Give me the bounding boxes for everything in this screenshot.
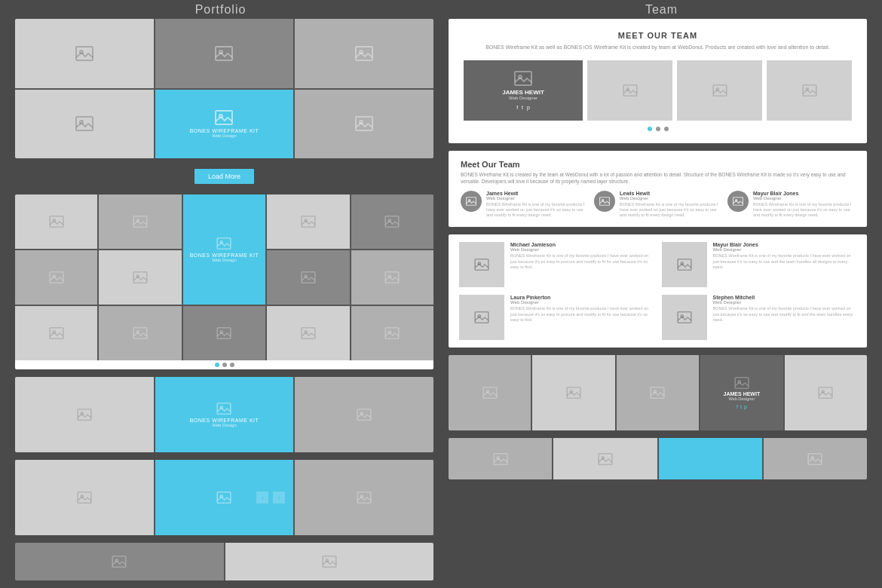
team-img-2 bbox=[662, 242, 707, 287]
portfolio-mosaic-2: BONES WIREFRAME KIT Web Design bbox=[15, 194, 433, 360]
team-info-2: Lewis Hewit Web Designer BONES Wireframe… bbox=[620, 191, 721, 218]
prev-arrow[interactable]: ‹ bbox=[256, 491, 269, 504]
svg-rect-54 bbox=[323, 556, 336, 567]
svg-rect-80 bbox=[567, 387, 580, 398]
member-desc-1: BONES Wireframe Kit is one of my favorit… bbox=[486, 202, 588, 218]
portfolio-cell bbox=[351, 250, 433, 305]
social-facebook[interactable]: f bbox=[516, 105, 518, 110]
svg-rect-30 bbox=[50, 328, 63, 338]
team-item-3-1: Michael Jamieson Web Designer BONES Wire… bbox=[459, 242, 654, 287]
social-twitter[interactable]: t bbox=[522, 105, 523, 110]
team-member-list: James Hewit Web Designer BONES Wireframe… bbox=[461, 191, 855, 218]
team-list-subtitle: BONES Wireframe Kit is created by the te… bbox=[461, 171, 855, 185]
portfolio-cell bbox=[99, 250, 181, 305]
portfolio-card-3: BONES WIREFRAME KIT Web Design bbox=[15, 377, 433, 452]
svg-rect-60 bbox=[713, 85, 727, 96]
next-arrow[interactable]: › bbox=[272, 491, 286, 504]
svg-rect-28 bbox=[385, 272, 399, 283]
featured-subtitle: Web Design bbox=[212, 133, 237, 138]
svg-rect-66 bbox=[600, 198, 610, 206]
dot-1[interactable] bbox=[215, 363, 219, 367]
member-name-2: Lewis Hewit bbox=[620, 191, 721, 196]
member-avatar-featured bbox=[514, 71, 532, 86]
social-pinterest-icon[interactable]: p bbox=[744, 404, 747, 409]
team-carousel: JAMES HEWIT Web Designer f t p bbox=[464, 60, 852, 121]
member-desc-3: BONES Wireframe Kit is one of my favorit… bbox=[753, 202, 855, 218]
tc3-name-4: Stephen Mitchell bbox=[713, 295, 857, 300]
member-role-1: Web Designer bbox=[486, 196, 588, 201]
social-facebook-icon[interactable]: f bbox=[737, 404, 738, 409]
portfolio-cell bbox=[267, 250, 349, 305]
team-dot-2[interactable] bbox=[656, 127, 660, 131]
portfolio-cell bbox=[267, 306, 349, 360]
main-content: BONES WIREFRAME KIT Web Design Load More bbox=[0, 19, 882, 588]
featured-title: BONES WIREFRAME KIT bbox=[190, 128, 259, 133]
team-mosaic-socials: f t p bbox=[737, 404, 747, 409]
social-twitter-icon[interactable]: t bbox=[740, 404, 742, 409]
image-placeholder bbox=[75, 116, 93, 131]
header: Portfolio Team bbox=[0, 0, 882, 19]
svg-rect-68 bbox=[733, 198, 743, 206]
svg-rect-4 bbox=[356, 47, 372, 60]
portfolio-cell bbox=[267, 194, 349, 249]
image-placeholder bbox=[75, 46, 93, 61]
dot-3[interactable] bbox=[230, 363, 234, 367]
portfolio-mosaic-3: BONES WIREFRAME KIT Web Design bbox=[15, 377, 433, 452]
svg-rect-86 bbox=[819, 387, 832, 398]
portfolio-cell bbox=[295, 19, 433, 88]
portfolio-header: Portfolio bbox=[0, 3, 441, 17]
svg-rect-24 bbox=[133, 272, 147, 283]
svg-rect-84 bbox=[735, 378, 749, 388]
svg-rect-42 bbox=[218, 403, 231, 413]
team-list-item: Mayur Blair Jones Web Designer BONES Wir… bbox=[727, 191, 855, 218]
load-more-button[interactable]: Load More bbox=[194, 169, 254, 184]
portfolio-card-2: BONES WIREFRAME KIT Web Design bbox=[15, 194, 433, 369]
social-pinterest[interactable]: p bbox=[527, 105, 530, 110]
portfolio-card-5 bbox=[15, 543, 433, 580]
portfolio-featured-cell-4: ‹ › bbox=[155, 460, 294, 535]
svg-rect-62 bbox=[803, 85, 816, 96]
team-item-3-2: Mayur Blair Jones Web Designer BONES Wir… bbox=[662, 242, 857, 287]
svg-rect-50 bbox=[357, 492, 371, 503]
team-mosaic-cell bbox=[532, 355, 614, 430]
dot-2[interactable] bbox=[222, 363, 227, 367]
team-partial-cell bbox=[449, 438, 552, 479]
team-item-3-4: Stephen Mitchell Web Designer BONES Wire… bbox=[662, 295, 857, 340]
svg-rect-52 bbox=[112, 556, 126, 567]
portfolio-card-1: BONES WIREFRAME KIT Web Design bbox=[15, 19, 433, 158]
portfolio-cell bbox=[15, 377, 154, 452]
svg-rect-0 bbox=[76, 47, 93, 60]
tc3-name-2: Mayur Blair Jones bbox=[713, 242, 857, 247]
portfolio-cell bbox=[295, 460, 433, 535]
svg-rect-26 bbox=[302, 272, 315, 283]
tc3-desc-2: BONES Wireframe Kit is one of my favorit… bbox=[713, 253, 857, 269]
team-mosaic-cell bbox=[449, 355, 531, 430]
team-mosaic: JAMES HEWIT Web Designer f t p bbox=[449, 355, 867, 430]
svg-rect-76 bbox=[678, 312, 691, 323]
tc3-name-3: Laura Pinkerton bbox=[510, 295, 654, 300]
featured-title-3: BONES WIREFRAME KIT bbox=[190, 418, 259, 423]
team-dot-1[interactable] bbox=[648, 127, 652, 131]
svg-rect-78 bbox=[483, 387, 497, 398]
portfolio-card-4: ‹ › bbox=[15, 460, 433, 535]
svg-rect-10 bbox=[356, 117, 372, 130]
svg-rect-16 bbox=[218, 237, 231, 248]
carousel-arrows: ‹ › bbox=[256, 491, 286, 504]
load-more-row: Load More bbox=[15, 166, 433, 187]
portfolio-cell bbox=[351, 306, 433, 360]
svg-rect-90 bbox=[599, 454, 612, 464]
team-list-item: James Hewit Web Designer BONES Wireframe… bbox=[461, 191, 588, 218]
member-role-3: Web Designer bbox=[753, 196, 855, 201]
portfolio-cell bbox=[295, 377, 433, 452]
team-dot-3[interactable] bbox=[664, 127, 669, 131]
svg-rect-88 bbox=[494, 454, 507, 464]
team-avatar-3 bbox=[727, 191, 749, 212]
team-info-card3-4: Stephen Mitchell Web Designer BONES Wire… bbox=[713, 295, 857, 340]
portfolio-mosaic-1: BONES WIREFRAME KIT Web Design bbox=[15, 19, 433, 158]
team-partial-cell bbox=[553, 438, 657, 479]
svg-rect-20 bbox=[385, 216, 399, 227]
team-partial-cell-blue bbox=[659, 438, 762, 479]
featured-title-2: BONES WIREFRAME KIT bbox=[190, 253, 259, 258]
svg-rect-2 bbox=[216, 47, 232, 60]
portfolio-cell bbox=[15, 460, 154, 535]
